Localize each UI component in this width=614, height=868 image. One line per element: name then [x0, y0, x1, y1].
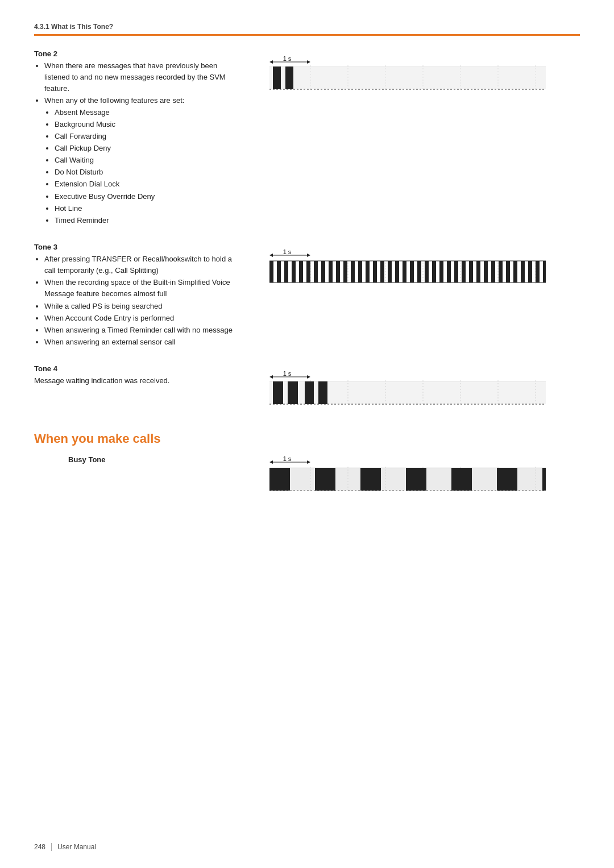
svg-rect-103: [360, 468, 381, 491]
svg-rect-67: [536, 261, 540, 283]
svg-marker-71: [307, 375, 310, 379]
tone4-left: Tone 4 Message waiting indication was re…: [34, 364, 239, 416]
svg-rect-50: [410, 261, 414, 283]
svg-rect-17: [285, 67, 293, 89]
svg-rect-84: [288, 381, 298, 404]
svg-rect-36: [306, 261, 310, 283]
svg-rect-15: [269, 67, 546, 89]
svg-marker-70: [269, 375, 273, 379]
svg-marker-19: [269, 254, 273, 257]
svg-rect-43: [358, 261, 362, 283]
tone4-section: Tone 4 Message waiting indication was re…: [34, 364, 580, 416]
list-item: Call Forwarding: [55, 131, 239, 142]
list-item: Do Not Disturb: [55, 167, 239, 178]
svg-rect-33: [284, 261, 288, 283]
svg-text:1 s: 1 s: [283, 248, 292, 255]
tone4-description: Message waiting indication was received.: [34, 375, 239, 387]
list-item: After pressing TRANSFER or Recall/hooksw…: [44, 254, 239, 276]
tone2-section: Tone 2 When there are messages that have…: [34, 49, 580, 227]
list-item: Executive Busy Override Deny: [55, 191, 239, 202]
svg-rect-31: [269, 261, 273, 283]
svg-rect-16: [273, 67, 281, 89]
list-item: While a called PS is being searched: [44, 301, 239, 312]
tone2-svg: 1 s: [250, 55, 546, 101]
svg-rect-42: [351, 261, 355, 283]
orange-rule: [34, 34, 580, 36]
svg-rect-34: [292, 261, 296, 283]
list-item: Timed Reminder: [55, 215, 239, 226]
list-item: When Account Code Entry is performed: [44, 313, 239, 324]
list-item: Call Waiting: [55, 155, 239, 166]
svg-rect-56: [454, 261, 458, 283]
svg-rect-38: [321, 261, 325, 283]
svg-rect-45: [373, 261, 377, 283]
svg-rect-107: [542, 468, 546, 491]
svg-rect-53: [432, 261, 436, 283]
tone2-sublist: Absent Message Background Music Call For…: [44, 107, 239, 226]
svg-rect-47: [388, 261, 392, 283]
list-item: When the recording space of the Built-in…: [44, 277, 239, 300]
svg-rect-66: [528, 261, 532, 283]
svg-marker-20: [307, 254, 310, 257]
list-item: Hot Line: [55, 203, 239, 214]
tone2-label: Tone 2: [34, 49, 239, 58]
page: 4.3.1 What is This Tone? Tone 2 When the…: [0, 0, 614, 868]
svg-rect-86: [318, 381, 327, 404]
tone4-diagram: 1 s: [250, 364, 580, 416]
svg-rect-52: [425, 261, 429, 283]
list-item: Call Pickup Deny: [55, 143, 239, 154]
svg-rect-35: [299, 261, 303, 283]
list-item: When answering a Timed Reminder call wit…: [44, 325, 239, 336]
busy-tone-svg: 1 s: [250, 455, 546, 501]
when-you-make-calls-section: When you make calls Busy Tone 1 s: [34, 431, 580, 501]
list-item: Absent Message: [55, 107, 239, 118]
svg-rect-62: [499, 261, 503, 283]
tone2-diagram: 1 s: [250, 49, 580, 227]
svg-rect-54: [439, 261, 443, 283]
svg-text:1 s: 1 s: [283, 55, 292, 62]
tone3-section: Tone 3 After pressing TRANSFER or Recall…: [34, 243, 580, 348]
svg-rect-48: [395, 261, 399, 283]
svg-rect-37: [314, 261, 318, 283]
svg-text:1 s: 1 s: [283, 370, 292, 377]
svg-rect-106: [497, 468, 517, 491]
tone2-list: When there are messages that have previo…: [34, 60, 239, 226]
svg-rect-58: [469, 261, 473, 283]
section-title: When you make calls: [34, 431, 580, 446]
list-item: When answering an external sensor call: [44, 337, 239, 348]
svg-rect-57: [462, 261, 466, 283]
list-item: Extension Dial Lock: [55, 178, 239, 190]
svg-rect-63: [506, 261, 510, 283]
svg-rect-85: [305, 381, 314, 404]
tone3-svg: 1 s // rendered inline below as rect ele…: [250, 248, 546, 294]
svg-rect-65: [521, 261, 525, 283]
page-footer: 248 User Manual: [34, 843, 96, 851]
tone3-left: Tone 3 After pressing TRANSFER or Recall…: [34, 243, 239, 348]
tone4-label: Tone 4: [34, 364, 239, 373]
svg-rect-49: [403, 261, 406, 283]
svg-marker-1: [269, 60, 273, 64]
svg-marker-89: [307, 460, 310, 464]
svg-rect-44: [366, 261, 370, 283]
tone3-diagram: 1 s // rendered inline below as rect ele…: [250, 243, 580, 348]
svg-rect-41: [343, 261, 347, 283]
svg-rect-104: [406, 468, 426, 491]
svg-rect-46: [380, 261, 384, 283]
svg-rect-61: [491, 261, 495, 283]
svg-rect-51: [417, 261, 421, 283]
list-item: When any of the following features are s…: [44, 95, 239, 226]
svg-rect-105: [451, 468, 472, 491]
tone2-left: Tone 2 When there are messages that have…: [34, 49, 239, 227]
busy-tone-label: Busy Tone: [68, 455, 239, 464]
page-number: 248: [34, 843, 45, 851]
list-item: When there are messages that have previo…: [44, 60, 239, 94]
svg-rect-40: [336, 261, 340, 283]
list-item: Background Music: [55, 119, 239, 130]
footer-divider: [51, 843, 52, 851]
tone4-svg: 1 s: [250, 370, 546, 416]
svg-marker-2: [307, 60, 310, 64]
svg-marker-88: [269, 460, 273, 464]
tone3-label: Tone 3: [34, 243, 239, 251]
section-header: 4.3.1 What is This Tone?: [34, 23, 580, 32]
svg-rect-102: [315, 468, 335, 491]
